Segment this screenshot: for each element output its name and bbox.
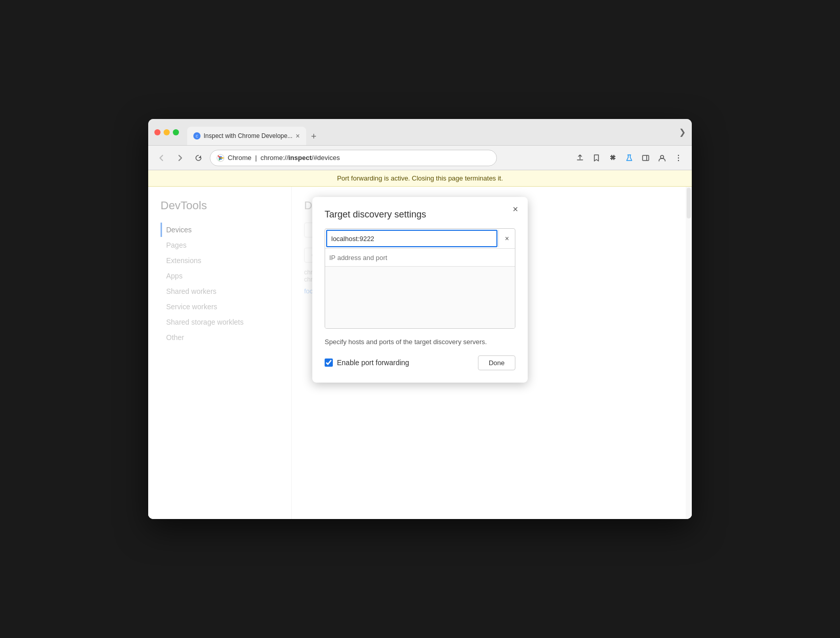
chrome-logo-icon [216, 154, 225, 162]
profile-icon-button[interactable] [655, 151, 669, 165]
browser-window: C Inspect with Chrome Develope... × + ❯ [148, 119, 692, 519]
modal-close-button[interactable]: × [509, 203, 522, 215]
svg-text:C: C [195, 134, 198, 138]
title-bar: C Inspect with Chrome Develope... × + ❯ [148, 119, 692, 146]
tab-bar-chevron[interactable]: ❯ [679, 127, 686, 137]
enable-port-forwarding-checkbox-label[interactable]: Enable port forwarding [325, 358, 409, 367]
lab-icon-button[interactable] [622, 151, 636, 165]
new-tab-button[interactable]: + [306, 128, 322, 145]
empty-area [325, 267, 515, 328]
target-discovery-modal: × Target discovery settings × Specify ho… [312, 197, 528, 383]
svg-point-8 [678, 154, 679, 155]
active-tab[interactable]: C Inspect with Chrome Develope... × [187, 127, 306, 145]
back-button[interactable] [154, 151, 169, 165]
toolbar-icons [573, 151, 686, 165]
svg-point-9 [678, 157, 679, 158]
tab-bar: C Inspect with Chrome Develope... × + [187, 119, 675, 145]
traffic-light-yellow[interactable] [164, 129, 170, 135]
port-forwarding-info-bar: Port forwarding is active. Closing this … [148, 170, 692, 187]
menu-button[interactable] [671, 151, 686, 165]
bookmark-icon-button[interactable] [589, 151, 604, 165]
ip-address-input[interactable] [325, 249, 515, 266]
checkbox-label-text: Enable port forwarding [337, 358, 409, 367]
extensions-icon-button[interactable] [606, 151, 620, 165]
modal-title: Target discovery settings [325, 209, 515, 220]
share-icon-button[interactable] [573, 151, 587, 165]
svg-rect-5 [643, 155, 649, 161]
modal-footer: Enable port forwarding Done [325, 355, 515, 370]
tab-close-button[interactable]: × [295, 132, 299, 139]
svg-point-10 [678, 160, 679, 161]
enable-port-forwarding-checkbox[interactable] [325, 358, 333, 367]
svg-rect-4 [577, 160, 583, 161]
address-input-wrapper[interactable]: Chrome | chrome://inspect/#devices [210, 150, 497, 166]
address-text: Chrome | chrome://inspect/#devices [228, 154, 490, 162]
hosts-input-group: × [325, 228, 515, 329]
modal-description: Specify hosts and ports of the target di… [325, 337, 515, 347]
traffic-lights [154, 129, 179, 135]
clear-input-button[interactable]: × [498, 230, 515, 247]
localhost-input[interactable] [326, 230, 497, 247]
traffic-light-red[interactable] [154, 129, 161, 135]
address-bar: Chrome | chrome://inspect/#devices [148, 146, 692, 170]
tab-favicon: C [193, 132, 201, 139]
active-input-row: × [325, 229, 515, 249]
sidebar-toggle-button[interactable] [638, 151, 653, 165]
page-content: DevTools Devices Pages Extensions Apps S… [148, 187, 692, 519]
reload-button[interactable] [191, 151, 206, 165]
forward-button[interactable] [173, 151, 187, 165]
svg-point-7 [661, 155, 664, 158]
tab-label: Inspect with Chrome Develope... [204, 132, 292, 139]
traffic-light-green[interactable] [173, 129, 179, 135]
placeholder-input-row [325, 249, 515, 267]
done-button[interactable]: Done [478, 355, 515, 370]
modal-overlay: × Target discovery settings × Specify ho… [148, 187, 692, 519]
